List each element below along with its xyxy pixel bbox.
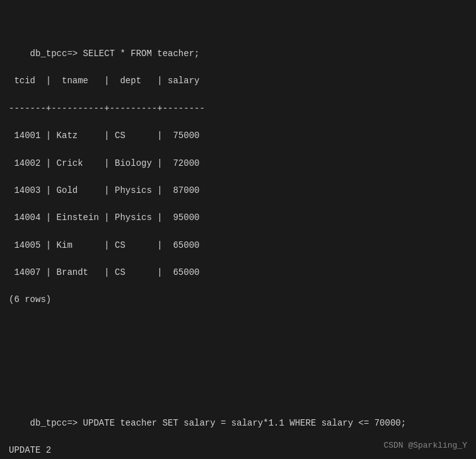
table1-footer: (6 rows) [9,294,51,305]
block2: db_tpcc=> UPDATE teacher SET salary = sa… [9,403,467,459]
table1-row5: 14005 | Kim | CS | 65000 [9,240,199,250]
command1: db_tpcc=> SELECT * FROM teacher; [30,49,200,59]
table1-row2: 14002 | Crick | Biology | 72000 [9,158,199,168]
table1-row1: 14001 | Katz | CS | 75000 [9,131,199,141]
table1-header: tcid | tname | dept | salary [9,76,199,86]
terminal-output: db_tpcc=> SELECT * FROM teacher; tcid | … [9,6,467,459]
block1: db_tpcc=> SELECT * FROM teacher; tcid | … [9,33,467,348]
table1-row4: 14004 | Einstein | Physics | 95000 [9,212,199,223]
command2-update: db_tpcc=> UPDATE teacher SET salary = sa… [30,418,407,428]
watermark-label: CSDN @Sparkling_Y [383,441,467,450]
table1-row3: 14003 | Gold | Physics | 87000 [9,185,199,195]
update2-result: UPDATE 2 [9,445,51,455]
table1-sep: -------+----------+---------+-------- [9,103,205,113]
table1-row6: 14007 | Brandt | CS | 65000 [9,267,199,277]
